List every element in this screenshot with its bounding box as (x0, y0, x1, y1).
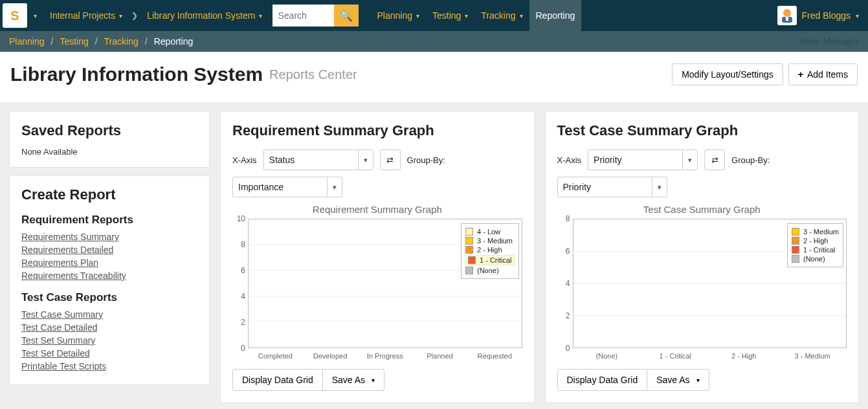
search-button[interactable]: 🔍 (334, 5, 359, 27)
project-label: Library Information System (147, 10, 255, 21)
svg-rect-2 (786, 17, 788, 21)
legend-label: 2 - High (803, 237, 829, 245)
workspace-selector[interactable]: Internal Projects ▾ (43, 0, 129, 31)
page-header: Library Information System Reports Cente… (0, 52, 868, 102)
legend-label: (None) (803, 255, 825, 263)
page-subtitle: Reports Center (269, 67, 357, 82)
caret-down-icon: ▾ (372, 377, 375, 384)
report-link[interactable]: Requirements Detailed (21, 245, 197, 255)
swap-icon: ⇄ (386, 155, 394, 165)
caret-down-icon: ▾ (696, 377, 700, 384)
legend-item[interactable]: 2 - High (792, 237, 839, 245)
x-axis-select[interactable]: Status▾ (263, 149, 373, 170)
legend-item[interactable]: 3 - Medium (465, 237, 515, 245)
role-label: Role: Manager (799, 36, 859, 47)
report-link[interactable]: Requirements Traceability (21, 271, 197, 281)
svg-point-0 (783, 9, 791, 17)
top-navbar: S ▾ Internal Projects ▾ ❯ Library Inform… (0, 0, 868, 31)
user-avatar[interactable] (777, 6, 797, 25)
project-selector[interactable]: Library Information System ▾ (140, 0, 269, 31)
x-tick: 3 - Medium (778, 352, 847, 360)
legend-swatch (468, 256, 476, 264)
crumb-testing[interactable]: Testing (60, 36, 88, 47)
save-as-button[interactable]: Save As▾ (647, 369, 709, 391)
group-by-select[interactable]: Importance▾ (232, 177, 342, 197)
legend-label: 4 - Low (477, 228, 500, 236)
x-axis-select[interactable]: Priority▾ (588, 149, 698, 170)
chart-legend: 3 - Medium2 - High1 - Critical(None) (787, 223, 843, 267)
legend-swatch (792, 228, 799, 236)
legend-item[interactable]: 1 - Critical (792, 246, 839, 254)
chevron-down-icon: ▾ (34, 12, 37, 19)
saved-reports-title: Saved Reports (21, 122, 197, 139)
legend-label: 3 - Medium (803, 228, 839, 236)
chevron-down-icon: ▾ (682, 149, 692, 170)
x-tick: (None) (573, 352, 641, 360)
report-link[interactable]: Test Case Summary (21, 309, 197, 320)
x-tick: 1 - Critical (641, 352, 709, 360)
nav-tracking[interactable]: Tracking▾ (474, 0, 529, 31)
report-link[interactable]: Requirements Plan (21, 258, 197, 268)
display-grid-button[interactable]: Display Data Grid (232, 369, 323, 391)
legend-swatch (792, 237, 799, 245)
legend-item[interactable]: (None) (465, 267, 515, 274)
page-title: Library Information System (10, 63, 263, 85)
legend-item[interactable]: (None) (792, 255, 839, 263)
avatar-icon (779, 7, 796, 24)
legend-swatch (792, 246, 799, 254)
plus-icon: + (798, 69, 803, 80)
group-by-label: Group-By: (407, 155, 445, 165)
legend-label: 1 - Critical (480, 256, 512, 264)
legend-swatch (465, 228, 473, 236)
breadcrumb-bar: Planning / Testing / Tracking / Reportin… (0, 31, 868, 52)
saved-reports-panel: Saved Reports None Available (9, 111, 210, 168)
x-tick: 2 - High (709, 352, 778, 360)
legend-swatch (792, 255, 799, 263)
legend-label: 1 - Critical (803, 246, 836, 254)
report-link[interactable]: Test Set Detailed (21, 348, 197, 359)
display-grid-button[interactable]: Display Data Grid (557, 369, 648, 391)
report-link[interactable]: Test Case Detailed (21, 322, 197, 333)
x-tick: Completed (248, 352, 303, 360)
report-link[interactable]: Test Set Summary (21, 335, 197, 346)
app-logo[interactable]: S (3, 3, 27, 28)
legend-swatch (465, 267, 473, 274)
crumb-reporting: Reporting (154, 36, 194, 47)
swap-axes-button[interactable]: ⇄ (704, 149, 725, 170)
workspace-label: Internal Projects (50, 10, 115, 21)
crumb-tracking[interactable]: Tracking (104, 36, 139, 47)
caret-down-icon: ▾ (465, 12, 468, 19)
legend-item[interactable]: 4 - Low (465, 228, 515, 236)
report-link[interactable]: Requirements Summary (21, 232, 197, 242)
create-report-panel: Create Report Requirement Reports Requir… (9, 175, 210, 385)
x-tick: Developed (303, 352, 358, 360)
logo-menu[interactable]: ▾ (27, 0, 43, 31)
legend-item[interactable]: 3 - Medium (792, 228, 839, 236)
x-axis-label: X-Axis (232, 155, 257, 165)
legend-swatch (465, 246, 473, 254)
swap-icon: ⇄ (711, 155, 718, 165)
nav-reporting[interactable]: Reporting (529, 0, 582, 31)
chart-a-title: Requirement Summary Graph (232, 122, 522, 139)
legend-item[interactable]: 1 - Critical (465, 255, 515, 265)
legend-item[interactable]: 2 - High (465, 246, 515, 254)
report-link[interactable]: Printable Test Scripts (21, 361, 197, 371)
chevron-down-icon[interactable]: ▾ (856, 12, 859, 19)
x-tick: Planned (412, 352, 467, 360)
nav-testing[interactable]: Testing▾ (426, 0, 474, 31)
crumb-planning[interactable]: Planning (9, 36, 45, 47)
chevron-down-icon: ▾ (119, 12, 122, 19)
user-name: Fred Bloggs (802, 10, 851, 21)
swap-axes-button[interactable]: ⇄ (380, 149, 401, 170)
legend-swatch (465, 237, 473, 245)
nav-planning[interactable]: Planning▾ (370, 0, 426, 31)
search-input[interactable] (273, 5, 334, 27)
modify-layout-button[interactable]: Modify Layout/Settings (672, 63, 783, 85)
chevron-down-icon: ▾ (259, 12, 262, 19)
group-by-select[interactable]: Priority▾ (557, 177, 667, 197)
chart-plot-title: Requirement Summary Graph (232, 204, 522, 215)
add-items-button[interactable]: + Add Items (788, 63, 858, 85)
chevron-down-icon: ▾ (652, 177, 662, 197)
save-as-button[interactable]: Save As▾ (323, 369, 384, 391)
saved-reports-empty: None Available (21, 147, 197, 157)
